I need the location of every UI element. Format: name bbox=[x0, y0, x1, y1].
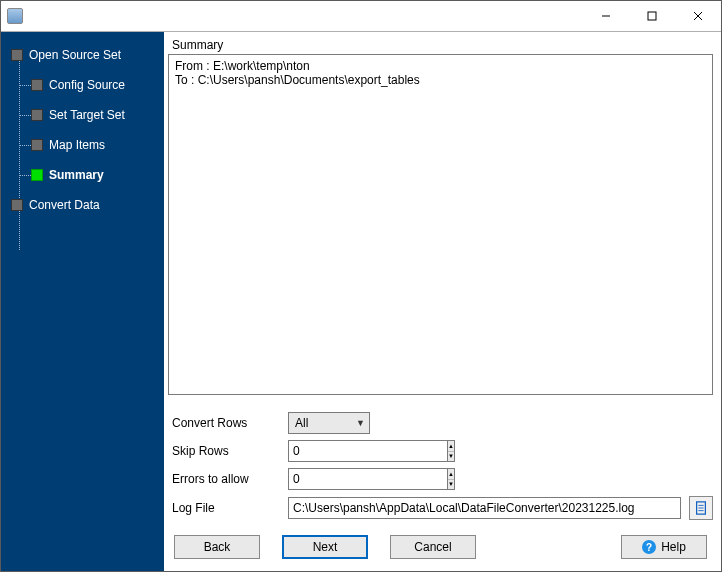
titlebar bbox=[1, 1, 721, 31]
spinner-up-icon[interactable]: ▲ bbox=[448, 441, 454, 452]
skip-rows-spinner[interactable]: ▲ ▼ bbox=[288, 440, 370, 462]
sidebar-item-convert-data[interactable]: Convert Data bbox=[1, 190, 164, 220]
spinner-down-icon[interactable]: ▼ bbox=[448, 452, 454, 462]
options-form: Convert Rows All ▼ Skip Rows ▲ ▼ bbox=[168, 409, 713, 523]
app-window: Open Source Set Config Source Set Target… bbox=[0, 0, 722, 572]
sidebar-item-summary[interactable]: Summary bbox=[1, 160, 164, 190]
sidebar-item-label: Summary bbox=[49, 168, 104, 182]
sidebar-item-label: Convert Data bbox=[29, 198, 100, 212]
step-icon bbox=[11, 199, 23, 211]
chevron-down-icon: ▼ bbox=[356, 418, 365, 428]
sidebar-item-config-source[interactable]: Config Source bbox=[1, 70, 164, 100]
log-file-input[interactable] bbox=[288, 497, 681, 519]
app-icon bbox=[7, 8, 23, 24]
row-log-file: Log File bbox=[168, 493, 713, 523]
svg-rect-1 bbox=[648, 12, 656, 20]
step-icon bbox=[31, 79, 43, 91]
row-errors-allow: Errors to allow ▲ ▼ bbox=[168, 465, 713, 493]
window-controls bbox=[583, 1, 721, 31]
wizard-sidebar: Open Source Set Config Source Set Target… bbox=[1, 32, 164, 571]
summary-text-box[interactable]: From : E:\work\temp\nton To : C:\Users\p… bbox=[168, 54, 713, 395]
row-convert-rows: Convert Rows All ▼ bbox=[168, 409, 713, 437]
body: Open Source Set Config Source Set Target… bbox=[1, 31, 721, 571]
convert-rows-label: Convert Rows bbox=[168, 416, 288, 430]
errors-allow-label: Errors to allow bbox=[168, 472, 288, 486]
skip-rows-label: Skip Rows bbox=[168, 444, 288, 458]
content-panel: Summary From : E:\work\temp\nton To : C:… bbox=[164, 32, 721, 571]
log-file-label: Log File bbox=[168, 501, 288, 515]
spinner-down-icon[interactable]: ▼ bbox=[448, 480, 454, 490]
skip-rows-input[interactable] bbox=[288, 440, 447, 462]
maximize-button[interactable] bbox=[629, 1, 675, 31]
browse-log-button[interactable] bbox=[689, 496, 713, 520]
sidebar-item-open-source-set[interactable]: Open Source Set bbox=[1, 40, 164, 70]
close-button[interactable] bbox=[675, 1, 721, 31]
back-button[interactable]: Back bbox=[174, 535, 260, 559]
spinner-up-icon[interactable]: ▲ bbox=[448, 469, 454, 480]
document-icon bbox=[694, 501, 708, 515]
step-icon bbox=[31, 169, 43, 181]
convert-rows-select[interactable]: All ▼ bbox=[288, 412, 370, 434]
sidebar-item-map-items[interactable]: Map Items bbox=[1, 130, 164, 160]
wizard-buttons: Back Next Cancel ? Help bbox=[168, 523, 713, 563]
sidebar-item-label: Map Items bbox=[49, 138, 105, 152]
sidebar-item-set-target-set[interactable]: Set Target Set bbox=[1, 100, 164, 130]
sidebar-item-label: Open Source Set bbox=[29, 48, 121, 62]
sidebar-item-label: Set Target Set bbox=[49, 108, 125, 122]
step-icon bbox=[31, 139, 43, 151]
step-icon bbox=[11, 49, 23, 61]
help-icon: ? bbox=[642, 540, 656, 554]
row-skip-rows: Skip Rows ▲ ▼ bbox=[168, 437, 713, 465]
sidebar-item-label: Config Source bbox=[49, 78, 125, 92]
errors-allow-input[interactable] bbox=[288, 468, 447, 490]
minimize-button[interactable] bbox=[583, 1, 629, 31]
next-button[interactable]: Next bbox=[282, 535, 368, 559]
convert-rows-value: All bbox=[295, 416, 308, 430]
errors-allow-spinner[interactable]: ▲ ▼ bbox=[288, 468, 370, 490]
help-button[interactable]: ? Help bbox=[621, 535, 707, 559]
section-title: Summary bbox=[168, 36, 713, 54]
step-icon bbox=[31, 109, 43, 121]
cancel-button[interactable]: Cancel bbox=[390, 535, 476, 559]
